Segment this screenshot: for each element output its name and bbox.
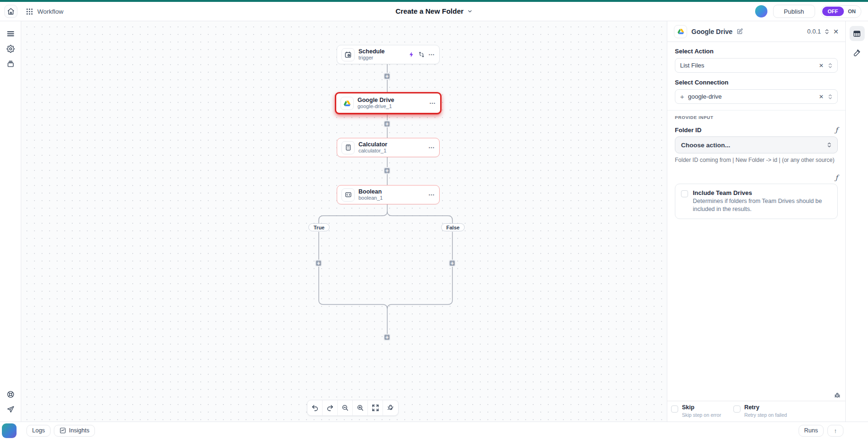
status-bar: Logs Insights Runs ↑: [0, 422, 868, 439]
toggle-off-segment[interactable]: OFF: [822, 7, 844, 16]
panel-body: Select Action List Files ✕ Select Connec…: [667, 42, 845, 219]
node-subtitle: boolean_1: [358, 195, 425, 201]
node-menu-button[interactable]: ⋯: [429, 100, 436, 107]
chevron-down-icon: [467, 8, 473, 14]
add-step-button[interactable]: +: [383, 73, 391, 80]
right-rail: [845, 21, 868, 422]
skip-checkbox[interactable]: [671, 405, 678, 413]
app-logo[interactable]: [2, 423, 17, 438]
send-feedback-button[interactable]: [4, 403, 17, 416]
provide-input-section-label: PROVIDE INPUT: [675, 115, 838, 120]
node-menu-button[interactable]: ⋯: [428, 191, 435, 198]
left-sidebar: [0, 21, 21, 422]
chart-icon: [60, 427, 66, 434]
app-window: Workflow Create a New Folder Publish OFF…: [0, 0, 868, 439]
redo-button[interactable]: [323, 400, 338, 415]
folder-id-value: Choose action...: [681, 142, 827, 149]
zoom-out-button[interactable]: [338, 400, 353, 415]
toggle-on-segment[interactable]: ON: [844, 7, 860, 16]
retry-checkbox[interactable]: [733, 405, 740, 413]
dynamic-value-fx-icon[interactable]: ƒ: [835, 174, 838, 181]
add-step-button-true-branch[interactable]: +: [315, 260, 322, 267]
node-menu-button[interactable]: ⋯: [428, 144, 435, 151]
node-schedule[interactable]: Schedule trigger ⋯: [337, 45, 440, 64]
publish-button[interactable]: Publish: [773, 5, 815, 18]
action-select[interactable]: List Files ✕: [675, 58, 838, 73]
test-step-tab[interactable]: [850, 45, 865, 60]
panel-header: Google Drive 0.0.1 ✕: [667, 21, 845, 42]
rename-step-icon[interactable]: [737, 28, 743, 34]
add-step-button[interactable]: +: [383, 120, 391, 127]
zoom-in-button[interactable]: [353, 400, 368, 415]
google-drive-icon: [674, 25, 687, 38]
arrow-up-icon: ↑: [834, 427, 837, 434]
releases-button[interactable]: [4, 57, 17, 70]
debug-run-button[interactable]: [383, 400, 398, 415]
logs-button[interactable]: Logs: [26, 425, 51, 437]
insights-button[interactable]: Insights: [54, 425, 95, 437]
undo-button[interactable]: [307, 400, 323, 415]
branch-true-label[interactable]: True: [308, 223, 330, 231]
folder-id-select[interactable]: Choose action...: [675, 136, 838, 153]
version-stepper-icon[interactable]: [825, 29, 829, 34]
header-bar: Workflow Create a New Folder Publish OFF…: [0, 2, 868, 21]
debug-bug-icon[interactable]: [834, 392, 841, 399]
flow-status-toggle[interactable]: OFF ON: [821, 5, 862, 18]
include-team-drives-option[interactable]: Include Team Drives Determines if folder…: [675, 184, 838, 219]
home-button[interactable]: [4, 5, 17, 18]
table-icon: [853, 30, 861, 38]
support-button[interactable]: [4, 388, 17, 401]
panel-title: Google Drive: [691, 28, 732, 35]
runs-button[interactable]: Runs: [799, 425, 824, 437]
select-connection-label: Select Connection: [675, 79, 838, 86]
connection-select[interactable]: + google-drive ✕: [675, 89, 838, 104]
grid-dots-icon[interactable]: [26, 8, 33, 15]
paper-plane-icon: [7, 405, 15, 414]
branch-false-label[interactable]: False: [441, 223, 465, 231]
collapse-panel-button[interactable]: ↑: [827, 425, 843, 437]
skip-description: Skip step on error: [682, 412, 721, 418]
dynamic-value-fx-icon[interactable]: ƒ: [835, 126, 838, 134]
connection-stepper-icon: [828, 94, 833, 100]
menu-button[interactable]: [4, 27, 17, 40]
add-step-button-false-branch[interactable]: +: [449, 260, 456, 267]
node-subtitle: trigger: [358, 55, 405, 61]
runs-label: Runs: [804, 427, 818, 434]
add-step-button[interactable]: +: [383, 167, 391, 174]
hamburger-icon: [7, 30, 15, 38]
flow-title-menu[interactable]: Create a New Folder: [395, 7, 472, 15]
settings-button[interactable]: [4, 42, 17, 55]
include-team-drives-checkbox[interactable]: [681, 190, 688, 197]
step-settings-panel: Google Drive 0.0.1 ✕ Select Action List …: [667, 21, 845, 422]
data-table-tab[interactable]: [850, 26, 865, 41]
undo-icon: [311, 404, 319, 412]
skip-label: Skip: [682, 405, 721, 411]
node-menu-button[interactable]: ⋯: [428, 51, 435, 58]
add-connection-icon[interactable]: +: [680, 93, 684, 100]
bug-play-icon: [387, 404, 394, 412]
close-panel-icon[interactable]: ✕: [833, 28, 839, 35]
connection-value: google-drive: [688, 93, 815, 100]
clear-action-icon[interactable]: ✕: [819, 62, 824, 69]
gear-icon: [7, 45, 15, 53]
calculator-icon: [341, 141, 355, 154]
test-tube-icon: [853, 49, 861, 57]
clear-connection-icon[interactable]: ✕: [819, 93, 824, 100]
node-calculator[interactable]: Calculator calculator_1 ⋯: [337, 138, 440, 157]
node-boolean[interactable]: Boolean boolean_1 ⋯: [337, 185, 440, 204]
add-step-button[interactable]: +: [383, 334, 391, 341]
workflow-edges: [21, 21, 667, 422]
logs-label: Logs: [32, 427, 45, 434]
folder-stepper-icon: [827, 142, 832, 148]
boolean-icon: [341, 188, 355, 202]
skip-option[interactable]: Skip Skip step on error: [671, 405, 721, 418]
retry-option[interactable]: Retry Retry step on failed: [733, 405, 787, 418]
lifebuoy-icon: [7, 390, 15, 398]
page-title: Create a New Folder: [395, 7, 463, 15]
node-google-drive[interactable]: Google Drive google-drive_1 ⋯: [335, 92, 442, 114]
node-title: Boolean: [358, 188, 425, 195]
swap-trigger-icon[interactable]: [418, 51, 425, 58]
fit-view-button[interactable]: [368, 400, 383, 415]
workflow-canvas[interactable]: Schedule trigger ⋯ + Google Drive googl: [21, 21, 667, 422]
avatar[interactable]: [755, 5, 767, 17]
